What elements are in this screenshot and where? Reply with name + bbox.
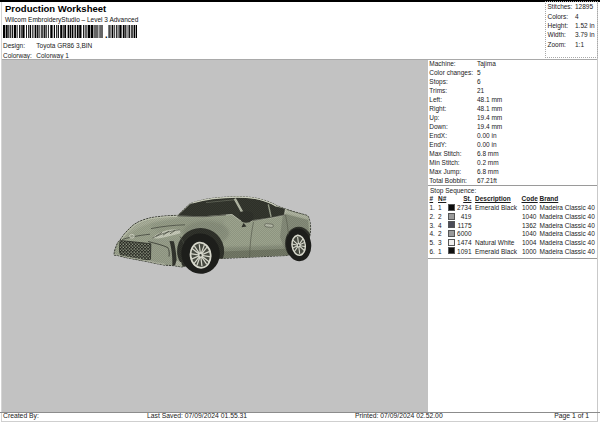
svg-text:,: ,: [105, 29, 108, 37]
